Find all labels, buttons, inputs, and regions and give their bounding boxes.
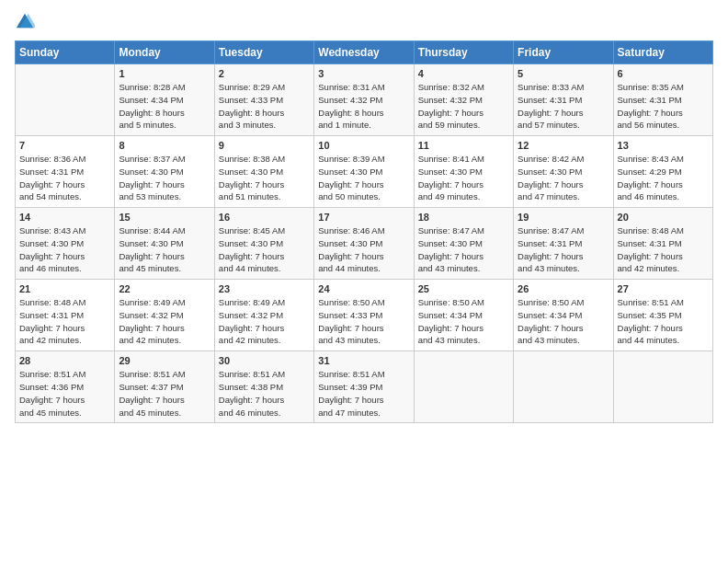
day-info-line: Daylight: 7 hours [219,250,310,263]
calendar-cell: 16Sunrise: 8:45 AMSunset: 4:30 PMDayligh… [214,208,313,280]
day-info-line: Daylight: 7 hours [418,322,509,335]
calendar-cell: 10Sunrise: 8:39 AMSunset: 4:30 PMDayligh… [314,136,414,208]
day-number: 5 [518,68,609,79]
day-info-line: Daylight: 7 hours [618,250,709,263]
day-info-line: and 54 minutes. [19,190,110,203]
day-info-line: Sunset: 4:36 PM [19,381,110,394]
day-info-line: Daylight: 7 hours [618,178,709,191]
day-info-line: Sunset: 4:37 PM [119,381,210,394]
day-number: 28 [19,355,110,366]
day-info-line: Daylight: 7 hours [219,322,310,335]
day-info-line: and 53 minutes. [119,190,210,203]
day-info-line: Sunrise: 8:50 AM [418,296,509,309]
day-info-line: Sunrise: 8:51 AM [19,368,110,381]
day-number: 9 [219,140,310,151]
day-number: 14 [19,212,110,223]
day-number: 25 [418,283,509,294]
day-info-line: and 46 minutes. [618,190,709,203]
day-info: Sunrise: 8:36 AMSunset: 4:31 PMDaylight:… [19,153,110,203]
day-info-line: Sunset: 4:30 PM [518,166,609,178]
day-info-line: Sunset: 4:30 PM [219,166,310,178]
day-info: Sunrise: 8:49 AMSunset: 4:32 PMDaylight:… [119,296,210,347]
day-info-line: Daylight: 7 hours [518,178,609,191]
day-info-line: and 3 minutes. [219,119,310,132]
day-info-line: and 43 minutes. [318,334,409,347]
calendar-cell: 27Sunrise: 8:51 AMSunset: 4:35 PMDayligh… [613,280,712,351]
day-info: Sunrise: 8:42 AMSunset: 4:30 PMDaylight:… [518,153,609,203]
day-info-line: Sunrise: 8:47 AM [518,224,609,237]
day-number: 20 [618,212,709,223]
day-info-line: Sunset: 4:32 PM [119,309,210,322]
day-info-line: Daylight: 7 hours [219,394,310,407]
calendar-cell: 28Sunrise: 8:51 AMSunset: 4:36 PMDayligh… [16,351,115,423]
day-info: Sunrise: 8:33 AMSunset: 4:31 PMDaylight:… [518,81,609,132]
day-info-line: Sunset: 4:33 PM [318,309,409,322]
day-info-line: Sunset: 4:31 PM [518,94,609,107]
weekday-header-saturday: Saturday [613,41,712,64]
day-info-line: Sunrise: 8:49 AM [119,296,210,309]
day-info-line: Sunset: 4:30 PM [418,237,509,250]
day-info-line: Sunset: 4:32 PM [219,309,310,322]
day-info: Sunrise: 8:47 AMSunset: 4:30 PMDaylight:… [418,224,509,275]
day-number: 23 [219,283,310,294]
day-info: Sunrise: 8:35 AMSunset: 4:31 PMDaylight:… [618,81,709,132]
calendar-cell: 24Sunrise: 8:50 AMSunset: 4:33 PMDayligh… [314,280,414,351]
day-info-line: Sunrise: 8:31 AM [318,81,409,94]
day-number: 10 [318,140,409,151]
day-info-line: Daylight: 7 hours [19,394,110,407]
day-info-line: Sunrise: 8:50 AM [518,296,609,309]
day-info-line: Daylight: 7 hours [618,107,709,120]
calendar-cell: 3Sunrise: 8:31 AMSunset: 4:32 PMDaylight… [314,64,414,136]
day-info-line: Sunset: 4:35 PM [618,309,709,322]
day-info-line: Sunrise: 8:43 AM [618,153,709,166]
day-info-line: Sunset: 4:34 PM [418,309,509,322]
calendar-cell: 5Sunrise: 8:33 AMSunset: 4:31 PMDaylight… [514,64,613,136]
day-number: 15 [119,212,210,223]
day-number: 21 [19,283,110,294]
day-info: Sunrise: 8:51 AMSunset: 4:36 PMDaylight:… [19,368,110,419]
logo [15,11,37,35]
calendar-cell [514,351,613,423]
day-number: 6 [618,68,709,79]
day-info-line: and 42 minutes. [19,334,110,347]
day-info-line: Sunrise: 8:36 AM [19,153,110,166]
day-info-line: and 44 minutes. [318,262,409,275]
day-number: 13 [618,140,709,151]
day-info-line: and 44 minutes. [618,334,709,347]
day-info-line: Sunrise: 8:37 AM [119,153,210,166]
day-info-line: and 42 minutes. [618,262,709,275]
day-info-line: Sunrise: 8:35 AM [618,81,709,94]
day-info-line: Daylight: 8 hours [318,107,409,120]
day-number: 2 [219,68,310,79]
day-info-line: Sunrise: 8:42 AM [518,153,609,166]
calendar-cell: 30Sunrise: 8:51 AMSunset: 4:38 PMDayligh… [214,351,313,423]
day-info-line: and 49 minutes. [418,190,509,203]
day-info-line: and 43 minutes. [418,334,509,347]
day-info-line: Sunset: 4:30 PM [19,237,110,250]
day-info-line: and 5 minutes. [119,119,210,132]
day-info-line: and 45 minutes. [19,407,110,419]
day-info-line: Daylight: 7 hours [119,394,210,407]
day-info-line: Sunrise: 8:32 AM [418,81,509,94]
day-info-line: Daylight: 7 hours [618,322,709,335]
day-info: Sunrise: 8:48 AMSunset: 4:31 PMDaylight:… [19,296,110,347]
day-info-line: Sunset: 4:34 PM [518,309,609,322]
day-info: Sunrise: 8:31 AMSunset: 4:32 PMDaylight:… [318,81,409,132]
header [15,11,713,35]
day-info: Sunrise: 8:39 AMSunset: 4:30 PMDaylight:… [318,153,409,203]
calendar-table: SundayMondayTuesdayWednesdayThursdayFrid… [15,40,713,423]
day-info-line: Sunset: 4:31 PM [19,166,110,178]
day-info-line: Sunset: 4:33 PM [219,94,310,107]
calendar-cell: 17Sunrise: 8:46 AMSunset: 4:30 PMDayligh… [314,208,414,280]
day-info-line: Sunset: 4:30 PM [219,237,310,250]
calendar-cell: 12Sunrise: 8:42 AMSunset: 4:30 PMDayligh… [514,136,613,208]
day-info-line: Sunrise: 8:44 AM [119,224,210,237]
weekday-header-sunday: Sunday [16,41,115,64]
day-number: 8 [119,140,210,151]
day-info: Sunrise: 8:51 AMSunset: 4:37 PMDaylight:… [119,368,210,419]
calendar-cell: 25Sunrise: 8:50 AMSunset: 4:34 PMDayligh… [414,280,513,351]
calendar-cell: 2Sunrise: 8:29 AMSunset: 4:33 PMDaylight… [214,64,313,136]
day-info-line: and 42 minutes. [119,334,210,347]
day-info: Sunrise: 8:43 AMSunset: 4:29 PMDaylight:… [618,153,709,203]
day-info-line: and 43 minutes. [518,334,609,347]
